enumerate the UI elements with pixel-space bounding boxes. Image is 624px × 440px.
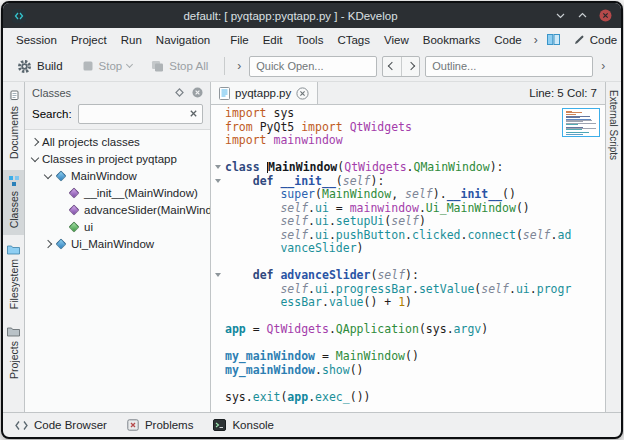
fold-margin <box>211 188 225 202</box>
sidebar-tab-filesystem[interactable]: Filesystem <box>3 239 24 316</box>
menu-navigation[interactable]: Navigation <box>149 32 217 48</box>
menu-file[interactable]: File <box>223 32 256 48</box>
tree-item-label: __init__(MainWindow) <box>84 187 198 199</box>
prev-icon[interactable] <box>383 57 401 76</box>
area-switcher-label: Code <box>590 34 618 46</box>
fold-arrow-icon[interactable] <box>215 273 221 277</box>
minimap-preview[interactable] <box>562 108 600 137</box>
build-button[interactable]: Build <box>10 54 70 79</box>
class-search-input[interactable] <box>78 104 203 124</box>
toolbar: Build Stop Stop All › <box>3 51 621 82</box>
bottombar-tab-problems[interactable]: Problems <box>127 419 194 431</box>
fold-arrow-icon[interactable] <box>215 165 221 169</box>
fold-arrow-icon[interactable] <box>215 179 221 183</box>
stop-all-button[interactable]: Stop All <box>144 54 215 79</box>
fold-margin <box>211 242 225 256</box>
tree-item-init-mainwindow[interactable]: __init__(MainWindow) <box>25 184 210 201</box>
tree-item-all-projects-classes[interactable]: All projects classes <box>25 133 210 150</box>
tab-close-icon[interactable] <box>296 87 309 100</box>
code-line[interactable]: class MainWindow(QtWidgets.QMainWindow): <box>211 161 605 175</box>
menu-run[interactable]: Run <box>114 32 149 48</box>
quick-open-input[interactable] <box>249 56 377 77</box>
window-title: default: [ pyqtapp:pyqtapp.py ] - KDevel… <box>32 10 549 22</box>
menu-tools[interactable]: Tools <box>290 32 331 48</box>
menu-code[interactable]: Code <box>487 32 529 48</box>
code-line[interactable] <box>211 377 605 391</box>
stop-dropdown-icon[interactable] <box>126 61 133 68</box>
sidebar-tab-documents[interactable]: Documents <box>3 85 24 166</box>
code-line[interactable]: my_mainWindow = MainWindow() <box>211 350 605 364</box>
menu-bookmarks[interactable]: Bookmarks <box>416 32 488 48</box>
toolbar-expand-icon[interactable]: › <box>234 59 244 73</box>
code-line[interactable]: app = QtWidgets.QApplication(sys.argv) <box>211 323 605 337</box>
text-editor[interactable]: import sysfrom PyQt5 import QtWidgetsimp… <box>211 105 605 412</box>
code-line[interactable]: self.ui = mainwindow.Ui_MainWindow() <box>211 202 605 216</box>
maximize-button[interactable] <box>577 10 588 21</box>
bottombar-tab-konsole[interactable]: Konsole <box>213 419 274 431</box>
toolbar-overflow-icon[interactable]: › <box>598 59 608 73</box>
menu-project[interactable]: Project <box>64 32 114 48</box>
code-line[interactable]: vanceSlider) <box>211 242 605 256</box>
toolbar-separator <box>224 57 225 75</box>
tree-item-mainwindow[interactable]: MainWindow <box>25 167 210 184</box>
code-line[interactable] <box>211 337 605 351</box>
right-dock-tabs: External Scripts <box>605 82 621 412</box>
expand-icon[interactable] <box>31 137 39 145</box>
konsole-icon <box>213 419 226 431</box>
fold-margin[interactable] <box>211 175 225 189</box>
fold-margin[interactable] <box>211 161 225 175</box>
sidebar-tab-classes[interactable]: Classes <box>3 170 24 235</box>
menubar-overflow-icon[interactable]: › <box>529 33 543 47</box>
code-line[interactable]: essBar.value() + 1) <box>211 296 605 310</box>
code-line[interactable] <box>211 310 605 324</box>
sidebar-tab-projects[interactable]: Projects <box>3 321 24 386</box>
detach-panel-icon[interactable] <box>174 87 185 98</box>
clear-search-icon[interactable] <box>188 108 199 121</box>
titlebar[interactable]: default: [ pyqtapp:pyqtapp.py ] - KDevel… <box>3 3 621 28</box>
code-line[interactable]: sys.exit(app.exec_()) <box>211 391 605 405</box>
tree-item-ui-mainwindow[interactable]: Ui_MainWindow <box>25 235 210 252</box>
left-dock-tabs: DocumentsClassesFilesystemProjects <box>3 82 25 412</box>
minimize-button[interactable] <box>555 10 566 21</box>
fold-margin[interactable] <box>211 269 225 283</box>
code-line[interactable]: self.ui.progressBar.setValue(self.ui.pro… <box>211 283 605 297</box>
code-line[interactable]: self.ui.setupUi(self) <box>211 215 605 229</box>
sidebar-tab-label: Classes <box>8 191 20 228</box>
expand-icon[interactable] <box>44 239 52 247</box>
tree-item-label: All projects classes <box>42 136 140 148</box>
menu-session[interactable]: Session <box>9 32 64 48</box>
tree-item-classes-in-project-pyqtapp[interactable]: Classes in project pyqtapp <box>25 150 210 167</box>
outline-input[interactable] <box>425 56 593 77</box>
code-line[interactable]: my_mainWindow.show() <box>211 364 605 378</box>
code-line[interactable]: self.ui.pushButton.clicked.connect(self.… <box>211 229 605 243</box>
code-line[interactable] <box>211 148 605 162</box>
code-line[interactable]: def __init__(self): <box>211 175 605 189</box>
tab-label: pyqtapp.py <box>235 87 291 99</box>
menu-view[interactable]: View <box>377 32 416 48</box>
code-line[interactable]: from PyQt5 import QtWidgets <box>211 121 605 135</box>
code-area: import sysfrom PyQt5 import QtWidgetsimp… <box>211 107 605 404</box>
collapse-icon[interactable] <box>31 153 39 161</box>
close-panel-icon[interactable] <box>192 87 203 98</box>
next-icon[interactable] <box>401 57 419 76</box>
close-button[interactable] <box>599 9 612 22</box>
tab-pyqtapp[interactable]: pyqtapp.py <box>211 82 318 104</box>
desktop: default: [ pyqtapp:pyqtapp.py ] - KDevel… <box>0 0 624 440</box>
fold-margin <box>211 296 225 310</box>
tree-item-advanceslider-mainwindow[interactable]: advanceSlider(MainWindow) <box>25 201 210 218</box>
view-switcher-icon[interactable] <box>543 34 564 45</box>
tree-item-ui[interactable]: ui <box>25 218 210 235</box>
area-switcher-button[interactable]: Code <box>564 32 623 48</box>
tab-external-scripts[interactable]: External Scripts <box>608 90 619 164</box>
stop-button[interactable]: Stop <box>75 54 140 79</box>
menu-edit[interactable]: Edit <box>256 32 290 48</box>
code-line[interactable]: super(MainWindow, self).__init__() <box>211 188 605 202</box>
tree-item-label: ui <box>84 221 93 233</box>
code-line[interactable]: import sys <box>211 107 605 121</box>
code-line[interactable]: import mainwindow <box>211 134 605 148</box>
code-line[interactable]: def advanceSlider(self): <box>211 269 605 283</box>
bottombar-tab-code-browser[interactable]: Code Browser <box>15 419 107 431</box>
code-line[interactable] <box>211 256 605 270</box>
collapse-icon[interactable] <box>44 170 52 178</box>
menu-ctags[interactable]: CTags <box>330 32 377 48</box>
